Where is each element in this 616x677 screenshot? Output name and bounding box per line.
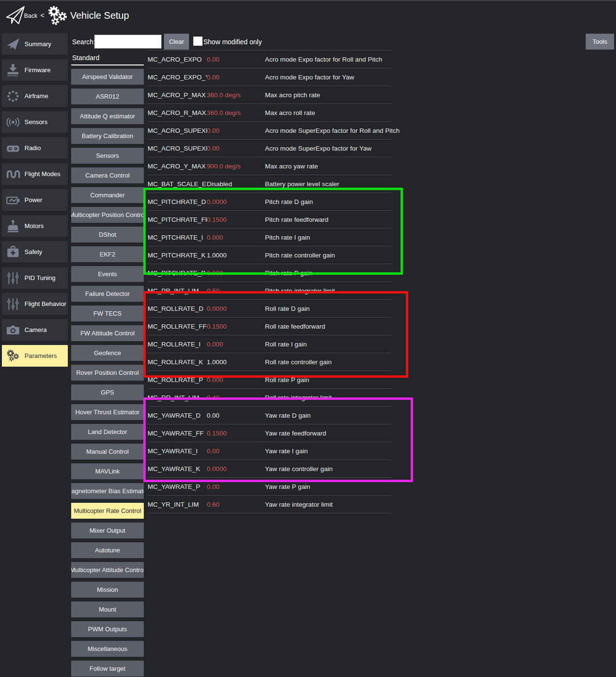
airframe-dots-icon <box>6 89 20 103</box>
parameter-row-mc-acro-expo-y[interactable]: MC_ACRO_EXPO_Y0.00Acro mode Expo factor … <box>148 68 391 86</box>
parameter-row-mc-acro-r-max[interactable]: MC_ACRO_R_MAX360.0 deg/sMax acro roll ra… <box>148 104 391 122</box>
parameter-description: Pitch rate integrator limit <box>265 287 335 294</box>
category-button-magnetometer-bias-estimator[interactable]: Magnetometer Bias Estimator <box>71 483 144 499</box>
parameter-row-mc-pitchrate-d[interactable]: MC_PITCHRATE_D0.0000Pitch rate D gain <box>148 193 391 211</box>
sidebar-item-firmware[interactable]: Firmware <box>2 59 68 81</box>
sidebar-item-flight-behavior[interactable]: Flight Behavior <box>2 293 68 315</box>
category-button-fw-tecs[interactable]: FW TECS <box>71 306 144 321</box>
parameter-row-mc-acro-y-max[interactable]: MC_ACRO_Y_MAX900.0 deg/sMax acro yaw rat… <box>148 157 391 175</box>
category-button-manual-control[interactable]: Manual Control <box>71 444 144 460</box>
parameter-name: MC_RR_INT_LIM <box>148 394 207 401</box>
sidebar-item-parameters[interactable]: Parameters <box>2 345 68 367</box>
sidebar-item-sensors[interactable]: Sensors <box>2 111 68 133</box>
sliders-icon <box>6 297 20 311</box>
sidebar-item-safety[interactable]: Safety <box>2 241 68 263</box>
category-button-asr012[interactable]: ASR012 <box>71 89 144 104</box>
category-button-mavlink[interactable]: MAVLink <box>71 463 144 479</box>
parameter-row-mc-rollrate-d[interactable]: MC_ROLLRATE_D0.0000Roll rate D gain <box>148 300 391 318</box>
back-button[interactable]: Back <box>24 13 38 19</box>
parameter-name: MC_YAWRATE_FF <box>148 430 207 437</box>
parameter-name: MC_ROLLRATE_I <box>148 341 207 348</box>
category-button-geofence[interactable]: Geofence <box>71 345 144 361</box>
category-button-land-detector[interactable]: Land Detector <box>71 424 144 440</box>
parameter-description: Yaw rate feedforward <box>265 430 326 437</box>
show-modified-label: Show modified only <box>203 38 262 46</box>
search-input[interactable] <box>94 35 162 49</box>
category-button-pwm-outputs[interactable]: PWM Outputs <box>71 621 144 637</box>
motor-icon <box>6 219 20 233</box>
parameter-row-mc-yawrate-d[interactable]: MC_YAWRATE_D0.00Yaw rate D gain <box>148 407 391 424</box>
sidebar-item-summary[interactable]: Summary <box>2 33 68 55</box>
category-button-failure-detector[interactable]: Failure Detector <box>71 286 144 302</box>
sidebar-item-label: Safety <box>25 248 42 255</box>
category-button-fw-attitude-control[interactable]: FW Attitude Control <box>71 325 144 341</box>
parameter-row-mc-rollrate-ff[interactable]: MC_ROLLRATE_FF0.1500Roll rate feedforwar… <box>148 318 391 335</box>
sidebar-item-flight-modes[interactable]: Flight Modes <box>2 163 68 185</box>
category-button-rover-position-control[interactable]: Rover Position Control <box>71 365 144 381</box>
parameter-description: Yaw rate D gain <box>265 412 311 419</box>
category-button-miscellaneous[interactable]: Miscellaneous <box>71 641 144 657</box>
sidebar-item-radio[interactable]: Radio <box>2 137 68 159</box>
parameter-name: MC_YR_INT_LIM <box>148 501 207 508</box>
category-button-gps[interactable]: GPS <box>71 384 144 400</box>
sidebar-item-airframe[interactable]: Airframe <box>2 85 68 107</box>
parameter-description: Yaw rate integrator limit <box>265 501 333 508</box>
category-button-events[interactable]: Events <box>71 266 144 282</box>
parameter-name: MC_ROLLRATE_FF <box>148 323 207 330</box>
parameter-row-mc-acro-p-max[interactable]: MC_ACRO_P_MAX360.0 deg/sMax acro pitch r… <box>148 86 391 104</box>
parameter-row-mc-rollrate-k[interactable]: MC_ROLLRATE_K1.0000Roll rate controller … <box>148 353 391 371</box>
parameter-row-mc-rollrate-i[interactable]: MC_ROLLRATE_I0.000Roll rate I gain <box>148 335 391 353</box>
clear-button[interactable]: Clear <box>164 34 189 50</box>
parameter-row-mc-bat-scale-en[interactable]: MC_BAT_SCALE_ENDisabledBattery power lev… <box>148 175 391 193</box>
parameter-row-mc-pr-int-lim[interactable]: MC_PR_INT_LIM0.50Pitch rate integrator l… <box>148 282 391 300</box>
category-button-mission[interactable]: Mission <box>71 582 144 598</box>
parameter-value: 0.0000 <box>207 198 265 205</box>
parameter-row-mc-yawrate-k[interactable]: MC_YAWRATE_K0.0000Yaw rate controller ga… <box>148 460 391 478</box>
parameter-row-mc-pitchrate-i[interactable]: MC_PITCHRATE_I0.000Pitch rate I gain <box>148 229 391 246</box>
parameter-row-mc-rr-int-lim[interactable]: MC_RR_INT_LIM0.40Roll rate integrator li… <box>148 389 391 407</box>
category-button-airspeed-validator[interactable]: Airspeed Validator <box>71 69 144 85</box>
category-button-camera-control[interactable]: Camera Control <box>71 167 144 183</box>
parameter-row-mc-yr-int-lim[interactable]: MC_YR_INT_LIM0.60Yaw rate integrator lim… <box>148 496 391 513</box>
parameter-description: Acro mode Expo factor for Roll and Pitch <box>265 56 382 63</box>
category-button-ekf2[interactable]: EKF2 <box>71 246 144 262</box>
sidebar-item-pid-tuning[interactable]: PID Tuning <box>2 267 68 289</box>
tools-button[interactable]: Tools <box>586 34 614 50</box>
parameter-row-mc-acro-expo[interactable]: MC_ACRO_EXPO0.00Acro mode Expo factor fo… <box>148 50 391 68</box>
category-button-attitude-q-estimator[interactable]: Attitude Q estimator <box>71 108 144 124</box>
gears-icon <box>6 349 20 363</box>
category-button-autotune[interactable]: Autotune <box>71 542 144 558</box>
category-button-dshot[interactable]: DShot <box>71 227 144 243</box>
category-button-hover-thrust-estimator[interactable]: Hover Thrust Estimator <box>71 404 144 420</box>
category-button-mount[interactable]: Mount <box>71 601 144 617</box>
category-button-mixer-output[interactable]: Mixer Output <box>71 523 144 538</box>
parameter-value: 0.00 <box>207 447 265 455</box>
parameter-row-mc-acro-supexpoy[interactable]: MC_ACRO_SUPEXPOY0.00Acro mode SuperExpo … <box>148 140 391 157</box>
parameter-name: MC_YAWRATE_I <box>148 447 207 455</box>
category-button-multicopter-rate-control[interactable]: Multicopter Rate Control <box>71 503 144 519</box>
parameter-row-mc-pitchrate-ff[interactable]: MC_PITCHRATE_FF0.1500Pitch rate feedforw… <box>148 211 391 229</box>
parameter-row-mc-pitchrate-p[interactable]: MC_PITCHRATE_P0.000Pitch rate P gain <box>148 264 391 282</box>
parameter-value: 900.0 deg/s <box>207 163 265 170</box>
parameter-row-mc-yawrate-p[interactable]: MC_YAWRATE_P0.00Yaw rate P gain <box>148 478 391 496</box>
search-label: Search: <box>72 38 95 46</box>
sidebar-item-camera[interactable]: Camera <box>2 319 68 341</box>
category-button-commander[interactable]: Commander <box>71 187 144 203</box>
sidebar-item-label: Power <box>25 196 42 204</box>
parameter-value: 0.1500 <box>207 323 265 330</box>
parameter-row-mc-yawrate-i[interactable]: MC_YAWRATE_I0.00Yaw rate I gain <box>148 442 391 460</box>
category-button-sensors[interactable]: Sensors <box>71 148 144 164</box>
parameter-row-mc-yawrate-ff[interactable]: MC_YAWRATE_FF0.1500Yaw rate feedforward <box>148 424 391 442</box>
show-modified-checkbox[interactable] <box>193 37 202 46</box>
sidebar-item-motors[interactable]: Motors <box>2 215 68 237</box>
category-button-battery-calibration[interactable]: Battery Calibration <box>71 128 144 144</box>
parameter-name: MC_YAWRATE_P <box>148 483 207 490</box>
category-button-follow-target[interactable]: Follow target <box>71 661 144 677</box>
sidebar-item-label: Flight Modes <box>25 170 60 178</box>
parameter-row-mc-rollrate-p[interactable]: MC_ROLLRATE_P0.000Roll rate P gain <box>148 371 391 389</box>
category-button-multicopter-position-control[interactable]: Multicopter Position Control <box>71 207 144 223</box>
category-button-multicopter-attitude-control[interactable]: Multicopter Attitude Control <box>71 562 144 578</box>
sidebar-item-power[interactable]: Power <box>2 189 68 211</box>
parameter-row-mc-acro-supexpo[interactable]: MC_ACRO_SUPEXPO0.00Acro mode SuperExpo f… <box>148 122 391 140</box>
parameter-row-mc-pitchrate-k[interactable]: MC_PITCHRATE_K1.0000Pitch rate controlle… <box>148 246 391 264</box>
